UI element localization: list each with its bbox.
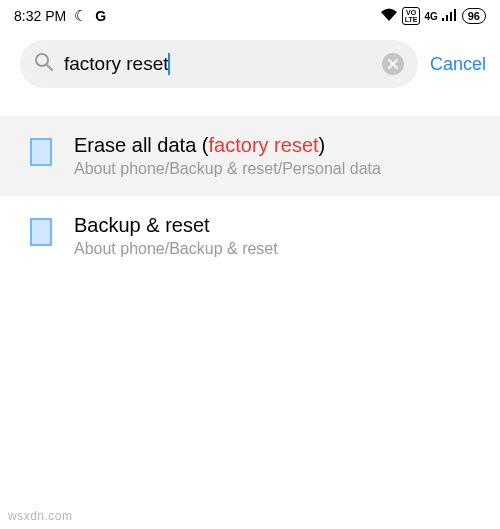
result-item[interactable]: Erase all data (factory reset) About pho…: [0, 116, 500, 196]
result-path: About phone/Backup & reset/Personal data: [74, 160, 480, 178]
svg-point-4: [36, 54, 48, 66]
moon-icon: ☾: [74, 7, 87, 25]
result-title: Backup & reset: [74, 212, 480, 238]
svg-rect-2: [450, 12, 452, 21]
wifi-icon: [380, 8, 398, 25]
result-title-pre: Backup & reset: [74, 214, 210, 236]
settings-page-icon: [30, 138, 52, 166]
result-body: Erase all data (factory reset) About pho…: [74, 132, 480, 178]
result-item[interactable]: Backup & reset About phone/Backup & rese…: [0, 196, 500, 276]
svg-line-5: [47, 65, 52, 70]
clear-search-button[interactable]: [382, 53, 404, 75]
signal-icon: [442, 8, 458, 24]
search-box[interactable]: factory reset: [20, 40, 418, 88]
svg-rect-0: [442, 18, 444, 21]
svg-rect-1: [446, 15, 448, 21]
volte-icon: VOLTE: [402, 7, 421, 25]
settings-page-icon: [30, 218, 52, 246]
clock-text: 8:32 PM: [14, 8, 66, 24]
cancel-button[interactable]: Cancel: [430, 54, 486, 75]
text-caret: [168, 53, 170, 75]
svg-rect-3: [454, 9, 456, 21]
watermark-text: wsxdn.com: [8, 509, 73, 523]
result-title: Erase all data (factory reset): [74, 132, 480, 158]
search-input[interactable]: factory reset: [64, 53, 372, 76]
result-body: Backup & reset About phone/Backup & rese…: [74, 212, 480, 258]
battery-indicator: 96: [462, 8, 486, 24]
result-title-post: ): [319, 134, 326, 156]
result-title-match: factory reset: [209, 134, 319, 156]
status-bar-right: VOLTE 4G 96: [380, 7, 486, 25]
status-bar-left: 8:32 PM ☾ G: [14, 7, 106, 25]
search-results: Erase all data (factory reset) About pho…: [0, 116, 500, 276]
status-bar: 8:32 PM ☾ G VOLTE 4G 96: [0, 0, 500, 32]
network-type: 4G: [424, 11, 437, 22]
google-icon: G: [95, 8, 106, 24]
search-icon: [34, 52, 54, 76]
result-path: About phone/Backup & reset: [74, 240, 480, 258]
search-query-text: factory reset: [64, 53, 169, 74]
search-row: factory reset Cancel: [0, 32, 500, 100]
result-title-pre: Erase all data (: [74, 134, 209, 156]
